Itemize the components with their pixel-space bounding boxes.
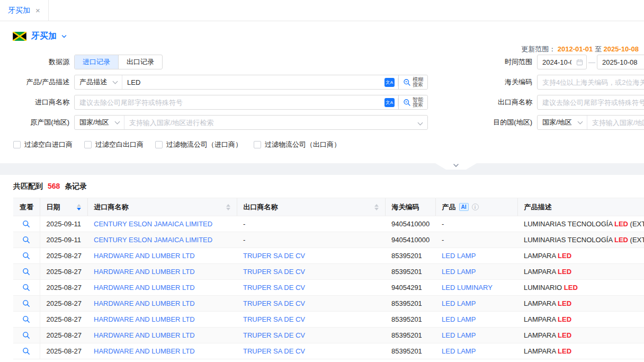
product-link[interactable]: LED LAMP [442,315,476,323]
exporter-link[interactable]: TRUPER SA DE CV [243,252,305,260]
checkbox-label: 过滤物流公司（出口商） [265,140,341,149]
product-link[interactable]: LED LAMP [442,331,476,339]
checkbox-filter-blank-importer[interactable]: 过滤空白进口商 [13,140,73,149]
hs-cell: 85395201 [385,312,435,328]
importer-link[interactable]: HARDWARE AND LUMBER LTD [94,315,195,323]
view-cell [13,343,40,359]
hs-code-input[interactable] [538,75,644,89]
filter-row-datasource: 数据源 进口记录 出口记录 时间范围 — [0,54,644,70]
record-date: 2025-08-27 [47,347,82,355]
product-link[interactable]: LED LAMP [442,268,476,276]
view-record-icon[interactable] [21,282,32,294]
view-record-icon[interactable] [21,314,32,325]
table-row: 2025-08-27HARDWARE AND LUMBER LTDTRUPER … [13,328,644,343]
checkbox-icon [13,141,21,148]
translate-icon[interactable]: 文A [384,98,395,107]
exporter-cell: TRUPER SA DE CV [237,264,385,280]
product-cell: LED LAMP [435,343,517,359]
page: 牙买加 × 牙买加 更新范围： 2012-01-01 至 2025-10-08 [0,0,644,362]
dest-country-input[interactable] [587,116,644,129]
importer-link[interactable]: CENTURY ESLON JAMAICA LIMITED [94,236,212,244]
view-cell [13,264,40,280]
exporter-link[interactable]: TRUPER SA DE CV [243,299,305,307]
sort-icons-exporter[interactable] [374,204,379,210]
dest-country-select[interactable]: 国家/地区 [538,116,587,129]
view-record-icon[interactable] [21,234,32,246]
exporter-link[interactable]: TRUPER SA DE CV [243,347,305,355]
importer-link[interactable]: HARDWARE AND LUMBER LTD [94,268,195,276]
tab-label: 牙买加 [8,6,30,15]
info-icon[interactable] [472,204,479,210]
chevron-down-icon [577,119,583,124]
product-search-input[interactable] [122,75,384,89]
date-start-input[interactable] [538,55,576,69]
importer-input-group: 文A 智能 搜索 [74,95,428,110]
chevron-down-icon[interactable] [61,34,67,39]
exporter-cell: TRUPER SA DE CV [237,343,385,359]
close-icon[interactable]: × [35,6,40,14]
hs-code-field[interactable] [537,75,644,90]
exporter-cell: TRUPER SA DE CV [237,328,385,343]
view-record-icon[interactable] [21,298,32,310]
product-link[interactable]: LED LUMINARY [442,284,493,292]
table-row: 2025-08-27HARDWARE AND LUMBER LTDTRUPER … [13,296,644,312]
checkbox-filter-logistics-exporter[interactable]: 过滤物流公司（出口商） [254,140,341,149]
product-link[interactable]: LED LAMP [442,252,476,260]
view-cell [13,280,40,296]
checkbox-label: 过滤物流公司（进口商） [166,140,242,149]
exporter-link[interactable]: TRUPER SA DE CV [243,315,305,323]
checkbox-icon [254,141,261,148]
exporter-cell: - [237,232,385,248]
sort-icons-importer[interactable] [226,204,230,210]
tab-import-records[interactable]: 进口记录 [75,55,118,69]
importer-link[interactable]: HARDWARE AND LUMBER LTD [94,347,195,355]
importer-link[interactable]: HARDWARE AND LUMBER LTD [94,252,195,260]
importer-link[interactable]: CENTURY ESLON JAMAICA LIMITED [94,220,212,228]
checkbox-filter-logistics-importer[interactable]: 过滤物流公司（进口商） [155,140,242,149]
view-record-icon[interactable] [21,250,32,262]
date-end-field[interactable] [597,55,644,69]
exporter-link[interactable]: TRUPER SA DE CV [243,331,305,339]
collapse-panel-handle[interactable] [435,163,477,170]
exporter-link[interactable]: TRUPER SA DE CV [243,284,305,292]
date-range-dash: — [588,58,595,66]
view-record-icon[interactable] [21,266,32,278]
filter-row-country: 原产国(地区) 国家/地区 目的国(地区) 国家/地区 [0,114,644,130]
record-date: 2025-08-27 [47,331,82,339]
date-cell: 2025-09-11 [40,232,87,248]
smart-search-button[interactable]: 智能 搜索 [398,95,427,109]
importer-link[interactable]: HARDWARE AND LUMBER LTD [94,299,195,307]
hs-cell: 85395201 [385,248,435,264]
origin-country-select[interactable]: 国家/地区 [75,116,124,129]
importer-link[interactable]: HARDWARE AND LUMBER LTD [94,331,195,339]
checkbox-filter-blank-exporter[interactable]: 过滤空白出口商 [84,140,144,149]
importer-label: 进口商名称 [0,98,74,107]
jamaica-flag-icon [13,32,26,41]
date-start-field[interactable] [537,55,587,69]
chevron-down-icon [114,119,120,124]
product-link[interactable]: LED LAMP [442,299,476,307]
tab-jamaica[interactable]: 牙买加 × [0,0,49,21]
exporter-name-input[interactable] [538,95,644,109]
col-view: 查看 [13,198,40,216]
filter-checkbox-row: 过滤空白进口商 过滤空白出口商 过滤物流公司（进口商） 过滤物流公司（出口商） [13,139,644,151]
product-type-select[interactable]: 产品描述 [75,75,122,89]
importer-name-input[interactable] [75,95,384,109]
fuzzy-search-button[interactable]: 模糊 搜索 [398,75,427,89]
tab-export-records[interactable]: 出口记录 [118,55,162,69]
translate-icon[interactable]: 文A [384,78,395,87]
origin-country-input[interactable] [124,116,416,129]
date-end-input[interactable] [597,55,643,69]
view-record-icon[interactable] [21,346,32,357]
chevron-down-icon [453,163,459,167]
view-record-icon[interactable] [21,330,32,341]
summary-prefix: 共匹配到 [13,182,43,190]
view-record-icon[interactable] [21,218,32,230]
exporter-link[interactable]: TRUPER SA DE CV [243,268,305,276]
importer-link[interactable]: HARDWARE AND LUMBER LTD [94,284,195,292]
exporter-name-field[interactable] [537,95,644,110]
product-link[interactable]: LED LAMP [442,347,476,355]
product-type-value: 产品描述 [79,77,107,87]
sort-icons-date[interactable] [77,204,81,210]
datasource-label: 数据源 [0,57,74,67]
